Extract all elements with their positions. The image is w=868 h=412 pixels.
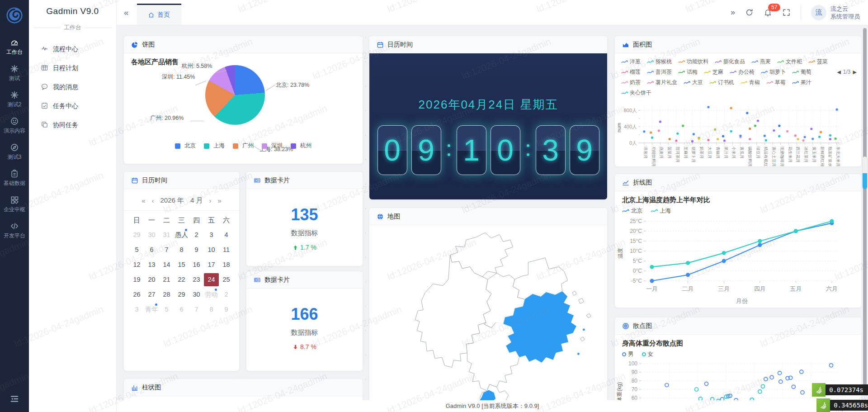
area-legend-item[interactable]: 菠菜 [808,58,828,66]
calendar-cell[interactable]: 22 [174,273,189,286]
prev-year-icon[interactable]: « [142,197,145,204]
calendar-cell[interactable]: 29 [129,228,144,242]
calendar-cell[interactable]: 26 [129,288,144,301]
pie-legend-item[interactable]: 上海 [204,142,225,150]
calendar-cell[interactable]: 9 [219,303,234,316]
tab-home[interactable]: 首页 [137,4,181,25]
refresh-icon[interactable] [745,8,754,17]
scatter-legend-item[interactable]: 男 [622,350,634,358]
area-legend-item[interactable]: 青椒 [741,79,760,86]
vertical-scrollbar[interactable] [862,25,868,400]
area-legend-item[interactable]: 文件柜 [777,58,802,66]
app-logo-icon[interactable] [5,5,24,25]
area-legend-item[interactable]: 果汁 [792,79,811,86]
pie-legend-item[interactable]: 杭州 [291,142,311,150]
collapse-sidebar-icon[interactable]: « [124,8,129,18]
calendar-cell[interactable]: 愚人 [174,228,189,242]
sidebar-item-日程计划[interactable]: 日程计划 [29,59,116,78]
scatter-legend-item[interactable]: 女 [642,350,654,358]
area-legend-item[interactable]: 奶茶 [621,79,641,86]
area-legend-item[interactable]: 夹心饼干 [621,89,651,97]
calendar-cell[interactable]: 3 [129,303,144,316]
rail-item-开发平台[interactable]: 开发平台 [0,217,29,243]
area-legend-item[interactable]: 榴莲 [621,68,641,76]
area-legend-item[interactable]: 胡萝卜 [761,68,786,76]
calendar-cell[interactable]: 7 [189,303,204,316]
sidebar-item-流程中心[interactable]: 流程中心 [29,40,116,59]
fullscreen-icon[interactable] [782,8,791,17]
calendar-cell[interactable]: 12 [129,258,144,271]
calendar-cell[interactable]: 25 [219,273,234,286]
calendar-cell[interactable]: 10 [204,243,219,256]
calendar-cell[interactable]: 30 [189,288,204,301]
pie-legend-item[interactable]: 北京 [175,142,196,150]
calendar-cell[interactable]: 15 [174,258,189,271]
calendar-cell[interactable]: 5 [129,243,144,256]
area-legend-item[interactable]: 葡萄 [792,68,811,76]
rail-item-测试3[interactable]: 测试3 [0,138,29,165]
area-legend-item[interactable]: 订书机 [709,79,734,86]
calendar-cell[interactable]: 劳动 [204,288,219,301]
scrollbar-thumb[interactable] [863,28,867,395]
calendar-cell[interactable]: 6 [174,303,189,316]
calendar-cell[interactable]: 13 [144,258,159,271]
area-legend-item[interactable]: 办公椅 [730,68,755,76]
rail-item-工作台[interactable]: 工作台 [0,33,29,60]
scrollbar-mini-thumb[interactable] [863,156,867,189]
calendar-cell[interactable]: 21 [159,273,174,286]
pie-disc[interactable] [205,65,265,125]
area-legend-item[interactable]: 薯片礼盒 [647,79,677,86]
calendar-cell[interactable]: 4 [219,228,234,242]
next-month-icon[interactable]: › [209,197,212,204]
rail-item-演示内容[interactable]: 演示内容 [0,112,29,138]
calendar-cell[interactable]: 31 [159,228,174,242]
calendar-cell[interactable]: 2 [219,288,234,301]
rail-item-测试2[interactable]: 测试2 [0,86,29,112]
calendar-cell[interactable]: 6 [144,243,159,256]
sidebar-item-协同任务[interactable]: 协同任务 [29,116,116,135]
calendar-cell[interactable]: 16 [189,258,204,271]
calendar-cell[interactable]: 18 [219,258,234,271]
sidebar-item-任务中心[interactable]: 任务中心 [29,97,116,116]
area-legend-item[interactable]: 膨化食品 [715,58,745,66]
next-year-icon[interactable]: » [218,197,222,204]
calendar-cell[interactable]: 11 [219,243,234,256]
prev-month-icon[interactable]: ‹ [151,197,154,204]
area-legend-item[interactable]: 草莓 [766,79,786,86]
rail-item-测试[interactable]: 测试 [0,60,29,86]
line-legend-item[interactable]: 北京 [622,207,642,215]
calendar-cell[interactable]: 17 [204,258,219,271]
area-legend-item[interactable]: 话梅 [678,68,698,76]
sidebar-item-我的消息[interactable]: 我的消息 [29,78,116,97]
menu-fold-icon[interactable] [9,394,19,406]
area-legend-item[interactable]: 芝麻 [704,68,723,76]
pie-legend-item[interactable]: 深圳 [262,142,283,150]
area-legend-item[interactable]: 功能饮料 [678,58,708,66]
rail-item-企业中枢[interactable]: 企业中枢 [0,191,29,217]
legend-next-icon[interactable]: ▶ [853,69,857,75]
area-legend-item[interactable]: 洋葱 [621,58,641,66]
calendar-cell[interactable]: 19 [129,273,144,286]
calendar-cell[interactable]: 7 [159,243,174,256]
line-legend-item[interactable]: 上海 [651,207,671,215]
calendar-cell[interactable]: 27 [144,288,159,301]
calendar-cell[interactable]: 青年 [144,303,159,316]
area-legend-item[interactable]: 普洱茶 [647,68,672,76]
calendar-cell[interactable]: 5 [159,303,174,316]
expand-tabs-icon[interactable]: » [731,8,735,17]
calendar-cell[interactable]: 20 [144,273,159,286]
user-menu[interactable]: 流 流之云 系统管理员 [811,5,860,20]
notification-bell-icon[interactable]: 57 [764,8,772,17]
calendar-cell[interactable]: 9 [189,243,204,256]
china-region-map[interactable] [369,225,607,400]
calendar-cell[interactable]: 14 [159,258,174,271]
calendar-cell[interactable]: 23 [189,273,204,286]
legend-prev-icon[interactable]: ◀ [837,69,840,75]
area-legend-item[interactable]: 燕麦 [751,58,771,66]
calendar-cell[interactable]: 28 [159,288,174,301]
rail-item-基础数据[interactable]: 基础数据 [0,165,29,191]
calendar-cell[interactable]: 30 [144,228,159,242]
calendar-cell[interactable]: 8 [174,243,189,256]
calendar-cell[interactable]: 29 [174,288,189,301]
calendar-cell[interactable]: 3 [204,228,219,242]
